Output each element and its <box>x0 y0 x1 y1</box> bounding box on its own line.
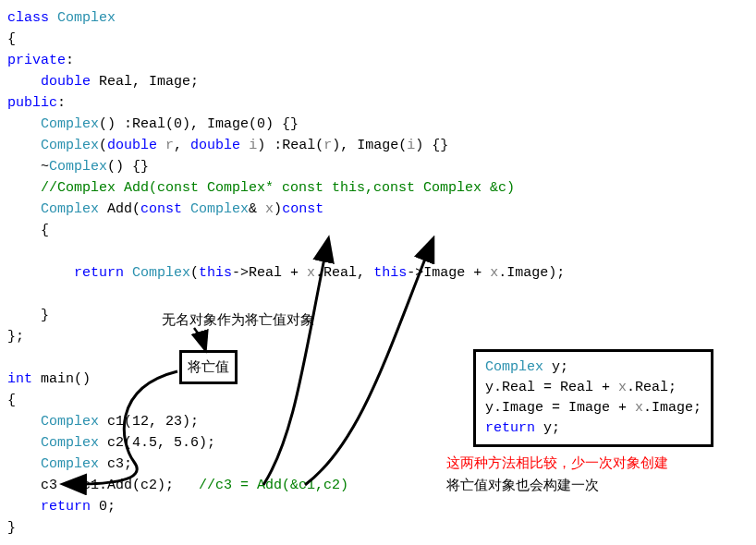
class-close: }; <box>7 326 749 347</box>
kw-int: int <box>7 371 32 387</box>
add-close-brace: } <box>7 305 749 326</box>
alt-code-box: Complex y; y.Real = Real + x.Real; y.Ima… <box>473 349 713 447</box>
annotation-anon-object: 无名对象作为将亡值对象 <box>162 309 314 331</box>
c1-decl: c1(12, 23); <box>99 414 199 430</box>
brace-open: { <box>7 29 749 50</box>
colon: : <box>66 53 74 68</box>
colon: : <box>57 95 66 111</box>
annotation-xvalue-box: 将亡值 <box>179 350 238 384</box>
comment-add-call: //c3 = Add(&c1,c2) <box>199 478 348 493</box>
main-close: } <box>7 517 749 539</box>
add-open-brace: { <box>7 220 749 241</box>
type-complex: Complex <box>49 10 116 26</box>
kw-class: class <box>7 10 49 26</box>
kw-return: return <box>74 265 124 281</box>
ctor-param: Complex <box>41 138 99 153</box>
kw-private: private <box>7 53 66 68</box>
add-return-type: Complex <box>41 201 99 217</box>
ctor-default: Complex <box>41 116 99 132</box>
note-comparison-red: 这两种方法相比较，少一次对象创建 <box>446 453 668 474</box>
members: Real, Image; <box>91 74 199 90</box>
dtor: Complex <box>49 159 107 175</box>
kw-public: public <box>7 95 57 111</box>
c3-decl: c3; <box>99 456 132 472</box>
kw-return-main: return <box>41 499 91 515</box>
ctor-default-rest: () :Real(0), Image(0) {} <box>99 116 299 132</box>
c2-decl: c2(4.5, 5.6); <box>99 435 215 451</box>
comment-add-sig: //Complex Add(const Complex* const this,… <box>41 180 515 196</box>
c3-assign: c3 = c1.Add(c2); <box>41 478 174 493</box>
note-construct-once: 将亡值对象也会构建一次 <box>446 475 599 496</box>
main-sig: main() <box>32 371 91 387</box>
kw-double: double <box>41 74 91 90</box>
